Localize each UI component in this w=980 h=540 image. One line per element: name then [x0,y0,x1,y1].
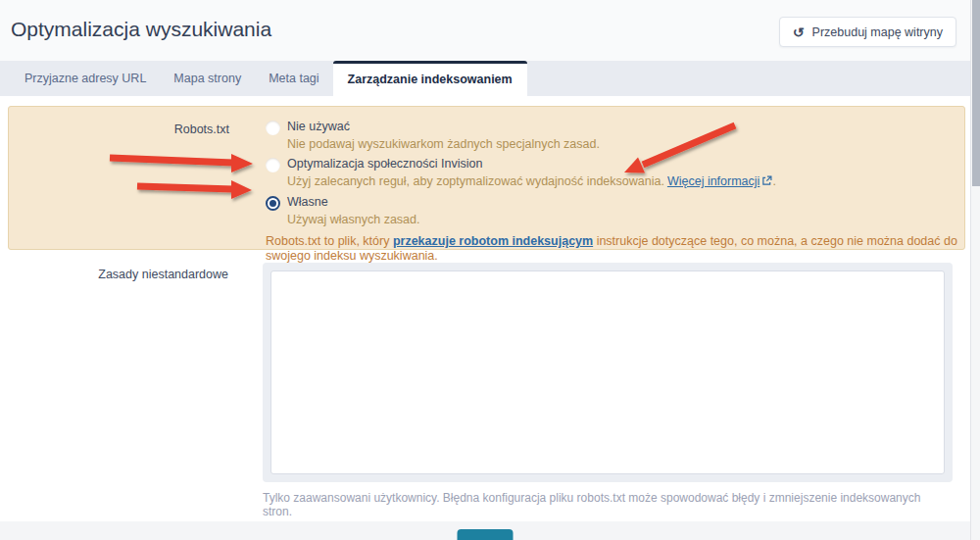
tab-bar: Przyjazne adresy URL Mapa strony Meta ta… [0,61,970,96]
robots-explanation-note: Robots.txt to plik, który przekazuje rob… [266,234,964,264]
robots-options-group: Nie używać Nie podawaj wyszukiwarkom żad… [266,107,964,249]
radio-wlasne[interactable] [266,196,280,211]
custom-rules-row: Zasady niestandardowe Tylko zaawansowani… [8,263,953,518]
option-description-text: Użyj zalecanych reguł, aby zoptymalizowa… [287,174,664,188]
radio-nie-uzywac[interactable] [266,121,280,135]
option-label[interactable]: Własne [287,195,328,210]
custom-rules-label: Zasady niestandardowe [8,263,228,518]
option-description-suffix: . [772,174,775,188]
page-header: Optymalizacja wyszukiwania ↺ Przebuduj m… [0,0,970,61]
custom-rules-textarea-container [263,263,953,482]
tab-zarzadzanie-indeksowaniem[interactable]: Zarządzanie indeksowaniem [333,61,527,96]
custom-rules-field: Tylko zaawansowani użytkownicy. Błędna k… [263,263,953,518]
option-description: Nie podawaj wyszukiwarkom żadnych specja… [287,137,964,152]
tab-przyjazne-adresy-url[interactable]: Przyjazne adresy URL [11,61,160,96]
option-description: Używaj własnych zasad. [287,213,964,227]
wiecej-informacji-link[interactable]: Więcej informacji [667,174,760,188]
external-link-icon [761,175,772,190]
custom-rules-help-text: Tylko zaawansowani użytkownicy. Błędna k… [263,491,953,518]
tab-mapa-strony[interactable]: Mapa strony [160,61,255,96]
scrollbar-thumb[interactable] [972,0,980,186]
note-text-before: Robots.txt to plik, który [266,234,393,248]
option-wlasne: Własne Używaj własnych zasad. [266,195,964,227]
vertical-scrollbar[interactable] [970,0,980,540]
robots-field-label: Robots.txt [9,107,229,249]
custom-rules-textarea[interactable] [270,270,945,474]
option-description: Użyj zalecanych reguł, aby zoptymalizowa… [287,174,964,190]
footer-bar [0,521,970,540]
rebuild-sitemap-button-label: Przebuduj mapę witryny [812,25,943,39]
option-optymalizacja-invision: Optymalizacja społeczności Invision Użyj… [266,157,964,190]
tab-meta-tagi[interactable]: Meta tagi [255,61,332,96]
option-nie-uzywac: Nie używać Nie podawaj wyszukiwarkom żad… [266,120,964,152]
option-label[interactable]: Nie używać [287,120,350,134]
page-title: Optymalizacja wyszukiwania [11,18,271,41]
history-icon: ↺ [793,25,805,39]
robots-settings-panel: Robots.txt Nie używać Nie podawaj wyszuk… [8,106,965,250]
robots-note-link[interactable]: przekazuje robotom indeksującym [393,234,593,248]
save-button[interactable] [458,529,514,540]
option-label[interactable]: Optymalizacja społeczności Invision [287,157,482,172]
rebuild-sitemap-button[interactable]: ↺ Przebuduj mapę witryny [779,17,956,47]
radio-optymalizacja-invision[interactable] [266,158,280,172]
